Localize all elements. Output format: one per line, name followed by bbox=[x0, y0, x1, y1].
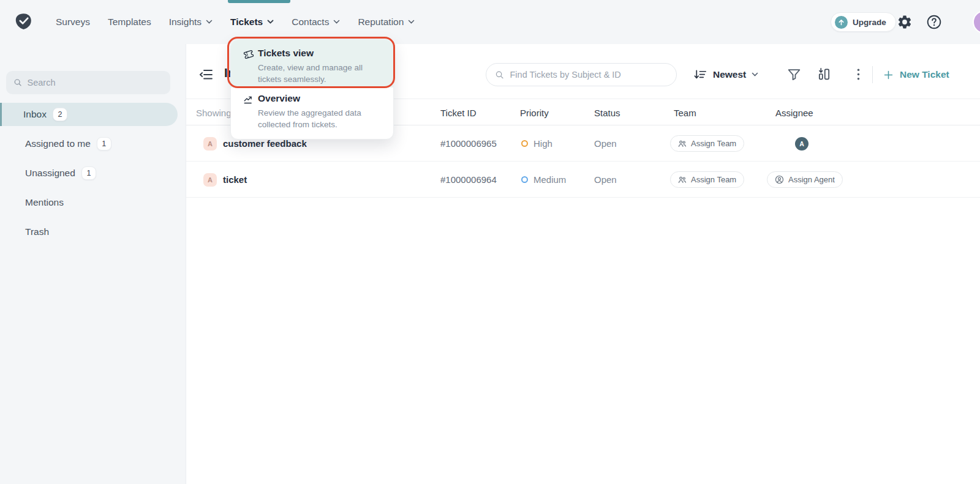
nav-item-tickets[interactable]: Tickets bbox=[230, 17, 274, 28]
sidebar-nav: Inbox 2 Assigned to me 1 Unassigned 1 Me… bbox=[0, 103, 186, 244]
upgrade-arrow-icon bbox=[835, 16, 848, 29]
new-ticket-label: New Ticket bbox=[900, 69, 949, 80]
brand-logo-icon[interactable] bbox=[13, 12, 34, 32]
showing-count-label: Showing bbox=[196, 99, 232, 126]
assignee-avatar[interactable]: A bbox=[795, 137, 809, 151]
nav-label: Surveys bbox=[56, 17, 90, 28]
chevron-down-icon bbox=[333, 20, 340, 24]
subject-avatar: A bbox=[203, 173, 217, 187]
nav-label: Insights bbox=[169, 17, 202, 28]
sidebar-item-label: Trash bbox=[25, 226, 49, 237]
subject-avatar: A bbox=[203, 137, 217, 151]
team-icon bbox=[678, 176, 687, 184]
upgrade-label: Upgrade bbox=[853, 18, 886, 27]
ticket-search-input[interactable] bbox=[510, 70, 668, 80]
assign-agent-label: Assign Agent bbox=[788, 175, 835, 184]
chevron-down-icon bbox=[267, 20, 274, 24]
status-label: Open bbox=[594, 174, 617, 185]
trend-up-icon bbox=[243, 95, 254, 106]
collapse-sidebar-icon[interactable] bbox=[198, 67, 214, 82]
new-ticket-button[interactable]: New Ticket bbox=[883, 66, 949, 83]
ticket-id: #1000006965 bbox=[440, 138, 497, 149]
sidebar: Inbox 2 Assigned to me 1 Unassigned 1 Me… bbox=[0, 44, 186, 484]
plus-icon bbox=[883, 70, 894, 80]
count-badge: 2 bbox=[53, 108, 67, 121]
sidebar-item-label: Mentions bbox=[25, 197, 64, 208]
assign-agent-button[interactable]: Assign Agent bbox=[767, 171, 843, 188]
menu-item-title: Tickets view bbox=[258, 48, 314, 59]
column-header-priority: Priority bbox=[520, 99, 549, 126]
sidebar-item-trash[interactable]: Trash bbox=[0, 220, 178, 244]
nav-label: Tickets bbox=[230, 17, 263, 28]
menu-item-description: Review the aggregated data collected fro… bbox=[258, 108, 383, 131]
menu-item-description: Create, view and manage all tickets seam… bbox=[258, 62, 383, 86]
sidebar-item-label: Unassigned bbox=[25, 168, 75, 179]
column-header-ticket-id: Ticket ID bbox=[440, 99, 477, 126]
sidebar-item-label: Assigned to me bbox=[25, 138, 91, 149]
column-header-team: Team bbox=[674, 99, 696, 126]
filter-funnel-icon[interactable] bbox=[786, 67, 802, 83]
status-label: Open bbox=[594, 138, 617, 149]
nav-item-templates[interactable]: Templates bbox=[108, 17, 151, 28]
tickets-dropdown-menu: Tickets view Create, view and manage all… bbox=[230, 39, 394, 140]
sort-control[interactable]: Newest bbox=[693, 66, 758, 83]
sidebar-item-label: Inbox bbox=[23, 109, 47, 120]
more-options-kebab-icon[interactable] bbox=[851, 67, 862, 83]
menu-item-tickets-view[interactable]: Tickets view Create, view and manage all… bbox=[231, 40, 393, 87]
assign-team-label: Assign Team bbox=[691, 175, 736, 184]
sidebar-item-unassigned[interactable]: Unassigned 1 bbox=[0, 162, 178, 185]
column-header-assignee: Assignee bbox=[775, 99, 813, 126]
search-icon bbox=[13, 78, 23, 87]
sidebar-search[interactable] bbox=[6, 71, 170, 94]
priority-ring-icon bbox=[521, 140, 528, 147]
sidebar-item-assigned-to-me[interactable]: Assigned to me 1 bbox=[0, 132, 178, 155]
sidebar-search-input[interactable] bbox=[28, 78, 163, 87]
help-icon[interactable] bbox=[926, 14, 942, 30]
sidebar-item-mentions[interactable]: Mentions bbox=[0, 191, 178, 214]
count-badge: 1 bbox=[81, 166, 96, 180]
upgrade-button[interactable]: Upgrade bbox=[831, 12, 896, 32]
top-navbar: Surveys Templates Insights Tickets Conta… bbox=[0, 0, 980, 44]
search-icon bbox=[495, 70, 505, 80]
team-icon bbox=[678, 140, 687, 148]
nav-label: Reputation bbox=[358, 17, 404, 28]
ticket-icon bbox=[243, 49, 254, 60]
assign-team-button[interactable]: Assign Team bbox=[670, 135, 744, 152]
menu-item-overview[interactable]: Overview Review the aggregated data coll… bbox=[231, 87, 393, 140]
user-avatar[interactable] bbox=[973, 10, 980, 34]
app-window: Surveys Templates Insights Tickets Conta… bbox=[0, 0, 980, 484]
count-badge: 1 bbox=[97, 137, 111, 151]
ticket-subject[interactable]: ticket bbox=[223, 174, 247, 185]
chevron-down-icon bbox=[206, 20, 213, 24]
nav-label: Contacts bbox=[292, 17, 329, 28]
column-settings-icon[interactable] bbox=[816, 67, 832, 83]
sidebar-item-inbox[interactable]: Inbox 2 bbox=[0, 103, 178, 126]
assign-team-label: Assign Team bbox=[691, 139, 736, 148]
priority-label: Medium bbox=[533, 174, 566, 185]
nav-item-reputation[interactable]: Reputation bbox=[358, 17, 415, 28]
nav-item-contacts[interactable]: Contacts bbox=[292, 17, 340, 28]
agent-icon bbox=[775, 175, 784, 184]
column-header-status: Status bbox=[594, 99, 620, 126]
nav-label: Templates bbox=[108, 17, 151, 28]
priority-label: High bbox=[533, 138, 552, 149]
sort-label: Newest bbox=[713, 69, 746, 80]
ticket-row[interactable]: A ticket #1000006964 Medium Open Assign … bbox=[186, 162, 980, 198]
nav-item-insights[interactable]: Insights bbox=[169, 17, 213, 28]
menu-item-title: Overview bbox=[258, 93, 300, 104]
chevron-down-icon bbox=[752, 72, 758, 77]
chevron-down-icon bbox=[408, 20, 415, 24]
priority-ring-icon bbox=[521, 176, 528, 183]
ticket-id: #1000006964 bbox=[440, 174, 497, 185]
assign-team-button[interactable]: Assign Team bbox=[670, 171, 744, 188]
toolbar-divider bbox=[872, 66, 873, 83]
settings-gear-icon[interactable] bbox=[897, 14, 913, 30]
sort-descending-icon bbox=[693, 68, 707, 82]
ticket-search[interactable] bbox=[486, 63, 677, 86]
nav-item-surveys[interactable]: Surveys bbox=[56, 17, 90, 28]
primary-nav: Surveys Templates Insights Tickets Conta… bbox=[56, 0, 415, 44]
